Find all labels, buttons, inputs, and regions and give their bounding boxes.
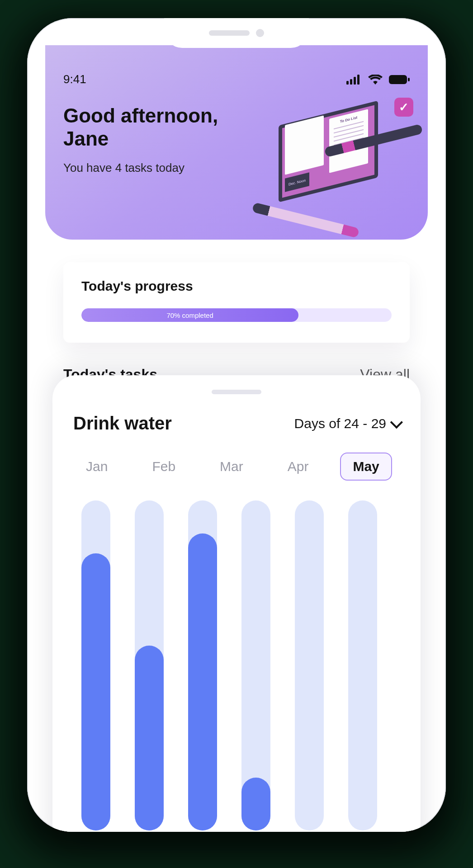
month-tab-jan[interactable]: Jan (73, 453, 120, 481)
chart-bar-fri[interactable] (348, 500, 377, 830)
wifi-icon (368, 75, 383, 85)
chart-bar-track (348, 500, 377, 830)
bottom-sheet: Drink water Days of 24 - 29 JanFebMarApr… (52, 375, 421, 832)
hero-illustration: To Do List Dec. Noon ✓ (251, 95, 419, 240)
greeting-hero: 9:41 Good afternoon, Jane You have 4 tas… (45, 45, 428, 240)
chart-bar-fill (135, 646, 164, 830)
chart-bar-sun[interactable] (81, 500, 110, 830)
progress-label: 70% completed (166, 311, 213, 319)
chart-bar-wed[interactable] (241, 500, 270, 830)
notch (164, 18, 309, 48)
cellular-signal-icon (346, 75, 362, 85)
chart-bar-fill (81, 553, 110, 830)
date-range-label: Days of 24 - 29 (294, 416, 386, 431)
month-tab-mar[interactable]: Mar (207, 453, 256, 481)
date-range-selector[interactable]: Days of 24 - 29 (294, 416, 400, 431)
progress-title: Today's progress (81, 278, 392, 294)
progress-fill: 70% completed (81, 308, 298, 322)
chart-bar-fill (188, 533, 217, 830)
progress-track: 70% completed (81, 308, 392, 322)
chart-bar-thu[interactable] (295, 500, 324, 830)
progress-card: Today's progress 70% completed (63, 262, 410, 343)
svg-rect-2 (354, 77, 356, 85)
speaker-slot (209, 30, 250, 36)
svg-rect-4 (389, 75, 407, 84)
water-chart (73, 500, 400, 830)
chart-bar-mon[interactable] (135, 500, 164, 830)
sheet-handle[interactable] (212, 390, 261, 394)
front-camera (256, 29, 264, 37)
svg-rect-5 (408, 78, 410, 81)
chevron-down-icon (390, 416, 403, 429)
battery-icon (389, 75, 410, 85)
chart-bar-fill (241, 778, 270, 830)
month-tabs: JanFebMarAprMay (73, 453, 400, 481)
sheet-title: Drink water (73, 413, 172, 434)
calendar-sheet-icon (285, 115, 324, 175)
checkbox-icon: ✓ (394, 98, 413, 117)
pencil-icon (252, 202, 359, 238)
svg-rect-0 (346, 81, 349, 85)
svg-rect-3 (357, 75, 359, 85)
chart-bar-tue[interactable] (188, 500, 217, 830)
month-tab-apr[interactable]: Apr (275, 453, 322, 481)
month-tab-feb[interactable]: Feb (139, 453, 188, 481)
phone-frame: 9:41 Good afternoon, Jane You have 4 tas… (27, 18, 446, 832)
month-tab-may[interactable]: May (340, 453, 392, 481)
svg-rect-1 (350, 79, 352, 85)
status-time: 9:41 (63, 72, 86, 86)
chart-bar-track (295, 500, 324, 830)
status-bar: 9:41 (63, 72, 410, 86)
